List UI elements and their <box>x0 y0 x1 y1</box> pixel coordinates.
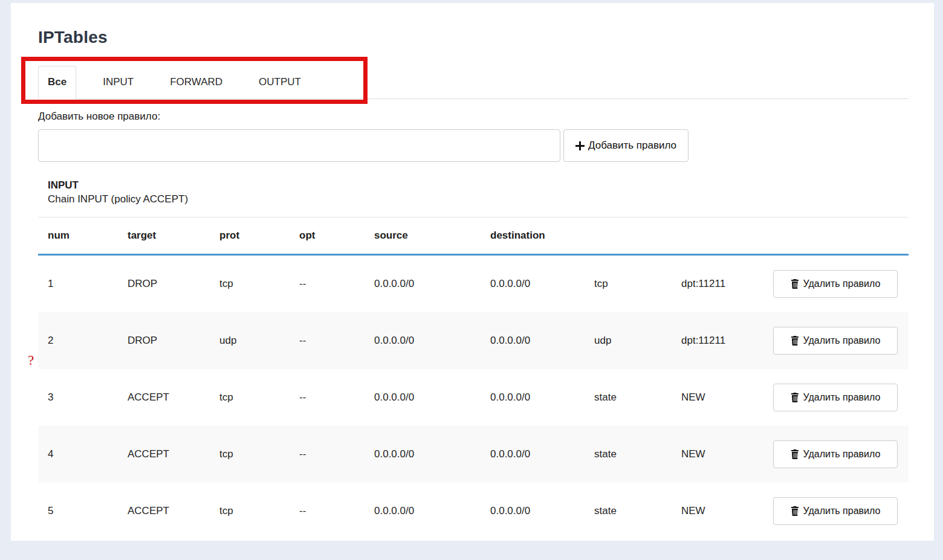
delete-rule-button-label: Удалить правило <box>803 506 881 517</box>
tab-input[interactable]: INPUT <box>93 66 143 99</box>
delete-rule-button[interactable]: Удалить правило <box>773 327 898 355</box>
cell-match: state <box>585 483 672 529</box>
new-rule-input[interactable] <box>38 129 560 162</box>
cell-action: Удалить правило <box>763 426 909 483</box>
delete-rule-button-label: Удалить правило <box>803 449 881 460</box>
column-header-destination: destination <box>481 217 585 255</box>
column-header-target: target <box>118 217 210 255</box>
cell-destination: 0.0.0.0/0 <box>481 483 585 529</box>
cell-source: 0.0.0.0/0 <box>365 255 481 313</box>
column-header-source: source <box>365 217 481 255</box>
cell-num: 2 <box>38 312 118 369</box>
cell-match: state <box>585 426 672 483</box>
cell-prot: tcp <box>210 426 290 483</box>
add-rule-row: Добавить правило <box>38 129 909 162</box>
trash-icon <box>791 336 799 346</box>
table-body: 1 DROP tcp -- 0.0.0.0/0 0.0.0.0/0 tcp dp… <box>38 255 909 530</box>
cell-num: 4 <box>38 426 118 483</box>
table-header-row: num target prot opt source destination <box>38 217 909 255</box>
cell-num: 5 <box>38 483 118 529</box>
chain-section-title: INPUT <box>48 179 909 192</box>
cell-source: 0.0.0.0/0 <box>365 312 481 369</box>
rules-table-container: num target prot opt source destination 1… <box>38 217 909 529</box>
cell-opt: -- <box>290 369 365 426</box>
cell-action: Удалить правило <box>763 312 909 369</box>
cell-prot: udp <box>210 312 290 369</box>
cell-prot: tcp <box>210 483 290 529</box>
cell-match: state <box>585 369 672 426</box>
cell-match: tcp <box>585 255 672 313</box>
table-row: 2 DROP udp -- 0.0.0.0/0 0.0.0.0/0 udp dp… <box>38 312 909 369</box>
cell-opt: -- <box>290 426 365 483</box>
table-row: 3 ACCEPT tcp -- 0.0.0.0/0 0.0.0.0/0 stat… <box>38 369 909 426</box>
annotation-question-mark: ? <box>28 353 34 369</box>
cell-source: 0.0.0.0/0 <box>365 426 481 483</box>
trash-icon <box>791 393 799 402</box>
table-row: 5 ACCEPT tcp -- 0.0.0.0/0 0.0.0.0/0 stat… <box>38 483 909 529</box>
tab-forward[interactable]: FORWARD <box>160 66 232 99</box>
delete-rule-button[interactable]: Удалить правило <box>773 440 898 468</box>
cell-target: DROP <box>118 312 210 369</box>
delete-rule-button[interactable]: Удалить правило <box>773 497 898 525</box>
cell-destination: 0.0.0.0/0 <box>481 312 585 369</box>
cell-target: ACCEPT <box>118 369 210 426</box>
cell-match: udp <box>585 312 672 369</box>
cell-detail: NEW <box>672 483 763 529</box>
column-header-prot: prot <box>210 217 290 255</box>
column-header-extra1 <box>585 217 672 255</box>
trash-icon <box>791 506 799 516</box>
cell-target: DROP <box>118 255 210 313</box>
content-card: IPTables Все INPUT FORWARD OUTPUT Добави… <box>11 3 934 541</box>
page-background: { "page": { "title": "IPTables" }, "tabs… <box>0 0 943 560</box>
cell-num: 3 <box>38 369 118 426</box>
trash-icon <box>791 449 799 459</box>
cell-opt: -- <box>290 483 365 529</box>
tab-all[interactable]: Все <box>38 66 76 99</box>
add-rule-button-label: Добавить правило <box>588 140 676 152</box>
trash-icon <box>791 279 799 289</box>
delete-rule-button[interactable]: Удалить правило <box>773 384 898 411</box>
cell-opt: -- <box>290 312 365 369</box>
tab-output[interactable]: OUTPUT <box>249 66 311 99</box>
chain-tabs: Все INPUT FORWARD OUTPUT <box>38 66 909 99</box>
cell-detail: NEW <box>672 426 763 483</box>
cell-prot: tcp <box>210 369 290 426</box>
cell-destination: 0.0.0.0/0 <box>481 255 585 313</box>
add-rule-label: Добавить новое правило: <box>38 110 909 123</box>
column-header-opt: opt <box>290 217 365 255</box>
delete-rule-button-label: Удалить правило <box>803 278 881 289</box>
cell-destination: 0.0.0.0/0 <box>481 369 585 426</box>
delete-rule-button-label: Удалить правило <box>803 335 881 346</box>
cell-detail: NEW <box>672 369 763 426</box>
column-header-actions <box>763 217 909 255</box>
cell-num: 1 <box>38 255 118 313</box>
chain-section-subtitle: Chain INPUT (policy ACCEPT) <box>48 192 909 206</box>
plus-icon <box>575 141 585 150</box>
cell-detail: dpt:11211 <box>672 255 763 313</box>
delete-rule-button[interactable]: Удалить правило <box>773 270 898 298</box>
table-row: 1 DROP tcp -- 0.0.0.0/0 0.0.0.0/0 tcp dp… <box>38 255 909 313</box>
column-header-num: num <box>38 217 118 255</box>
add-rule-button[interactable]: Добавить правило <box>563 129 689 162</box>
cell-action: Удалить правило <box>763 483 909 529</box>
table-row: 4 ACCEPT tcp -- 0.0.0.0/0 0.0.0.0/0 stat… <box>38 426 909 483</box>
cell-detail: dpt:11211 <box>672 312 763 369</box>
cell-action: Удалить правило <box>763 369 909 426</box>
cell-source: 0.0.0.0/0 <box>365 483 481 529</box>
delete-rule-button-label: Удалить правило <box>803 392 881 403</box>
cell-destination: 0.0.0.0/0 <box>481 426 585 483</box>
cell-prot: tcp <box>210 255 290 313</box>
page-title: IPTables <box>38 27 909 48</box>
cell-target: ACCEPT <box>118 483 210 529</box>
rules-table: num target prot opt source destination 1… <box>38 217 909 529</box>
column-header-extra2 <box>672 217 763 255</box>
cell-source: 0.0.0.0/0 <box>365 369 481 426</box>
cell-opt: -- <box>290 255 365 313</box>
cell-target: ACCEPT <box>118 426 210 483</box>
cell-action: Удалить правило <box>763 255 909 313</box>
